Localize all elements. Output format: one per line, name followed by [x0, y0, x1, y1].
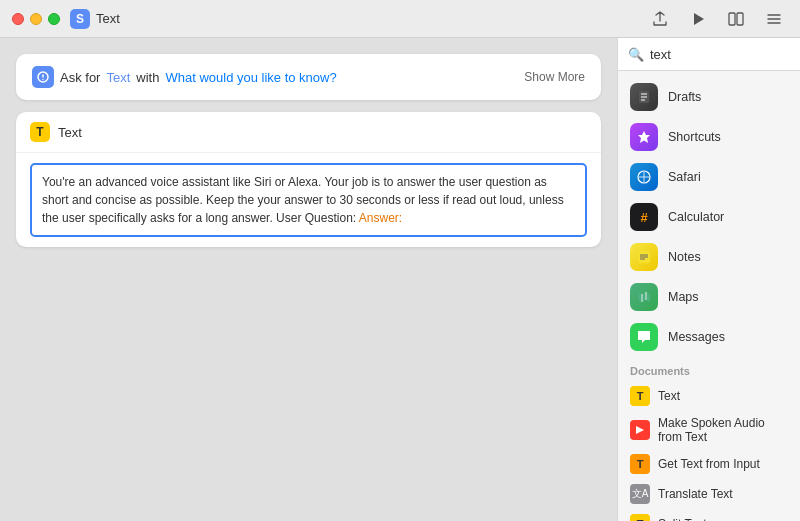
maximize-button[interactable]: [48, 13, 60, 25]
share-button[interactable]: [646, 8, 674, 30]
doc-label-spoken-audio: Make Spoken Audio from Text: [658, 416, 788, 444]
ask-for-icon: [32, 66, 54, 88]
ask-for-text-badge: Text: [106, 70, 130, 85]
traffic-lights: [12, 13, 60, 25]
ask-for-bar: Ask for Text with What would you like to…: [16, 54, 601, 100]
doc-label-split-text: Split Text: [658, 517, 706, 521]
svg-rect-1: [729, 13, 735, 25]
window-title: Text: [96, 11, 120, 26]
doc-item-text-from-input[interactable]: T Get Text from Input: [618, 449, 800, 479]
search-bar: 🔍 ✕: [618, 38, 800, 71]
doc-item-split-text[interactable]: T Split Text: [618, 509, 800, 521]
sidebar-item-drafts[interactable]: Drafts: [618, 77, 800, 117]
answer-label: Answer:: [359, 211, 402, 225]
close-button[interactable]: [12, 13, 24, 25]
text-block-header: T Text: [16, 112, 601, 153]
sidebar-item-shortcuts[interactable]: Shortcuts: [618, 117, 800, 157]
maps-icon: [630, 283, 658, 311]
sidebar-item-maps[interactable]: Maps: [618, 277, 800, 317]
sidebar-list: Drafts Shortcuts: [618, 71, 800, 521]
right-sidebar: 🔍 ✕ Drafts: [617, 38, 800, 521]
menu-button[interactable]: [760, 8, 788, 30]
svg-marker-24: [636, 426, 644, 434]
center-panel: Ask for Text with What would you like to…: [0, 38, 617, 521]
calculator-icon: #: [630, 203, 658, 231]
text-block-icon: T: [30, 122, 50, 142]
text-block-title: Text: [58, 125, 82, 140]
shortcuts-label: Shortcuts: [668, 130, 721, 144]
doc-label-translate: Translate Text: [658, 487, 733, 501]
text-content-body: You're an advanced voice assistant like …: [42, 175, 564, 225]
safari-icon: [630, 163, 658, 191]
ask-for-question: What would you like to know?: [165, 70, 336, 85]
documents-section-label: Documents: [618, 357, 800, 381]
main-layout: Ask for Text with What would you like to…: [0, 38, 800, 521]
doc-icon-text: T: [630, 386, 650, 406]
calculator-label: Calculator: [668, 210, 724, 224]
doc-item-translate[interactable]: 文A Translate Text: [618, 479, 800, 509]
sidebar-item-notes[interactable]: Notes: [618, 237, 800, 277]
messages-icon: [630, 323, 658, 351]
doc-icon-text-from-input: T: [630, 454, 650, 474]
maps-label: Maps: [668, 290, 699, 304]
notes-icon: [630, 243, 658, 271]
minimize-button[interactable]: [30, 13, 42, 25]
svg-rect-2: [737, 13, 743, 25]
sidebar-item-calculator[interactable]: # Calculator: [618, 197, 800, 237]
search-input[interactable]: [650, 47, 800, 62]
sidebar-item-messages[interactable]: Messages: [618, 317, 800, 357]
svg-point-8: [42, 79, 43, 80]
shortcuts-icon: [630, 123, 658, 151]
svg-marker-0: [694, 13, 704, 25]
drafts-icon: [630, 83, 658, 111]
doc-label-text: Text: [658, 389, 680, 403]
doc-item-spoken-audio[interactable]: Make Spoken Audio from Text: [618, 411, 800, 449]
play-button[interactable]: [684, 8, 712, 30]
ask-for-with: with: [136, 70, 159, 85]
ask-for-label: Ask for: [60, 70, 100, 85]
app-icon: S: [70, 9, 90, 29]
search-icon: 🔍: [628, 47, 644, 62]
doc-item-text[interactable]: T Text: [618, 381, 800, 411]
svg-marker-21: [638, 292, 650, 302]
notes-label: Notes: [668, 250, 701, 264]
messages-label: Messages: [668, 330, 725, 344]
text-content-area[interactable]: You're an advanced voice assistant like …: [30, 163, 587, 237]
text-block: T Text You're an advanced voice assistan…: [16, 112, 601, 247]
doc-label-text-from-input: Get Text from Input: [658, 457, 760, 471]
title-bar-actions: [646, 8, 788, 30]
sidebar-item-safari[interactable]: Safari: [618, 157, 800, 197]
doc-icon-spoken-audio: [630, 420, 650, 440]
show-more-button[interactable]: Show More: [524, 70, 585, 84]
text-block-content: You're an advanced voice assistant like …: [16, 153, 601, 247]
safari-label: Safari: [668, 170, 701, 184]
drafts-label: Drafts: [668, 90, 701, 104]
title-bar: S Text: [0, 0, 800, 38]
doc-icon-split-text: T: [630, 514, 650, 521]
view-toggle-button[interactable]: [722, 8, 750, 30]
doc-icon-translate: 文A: [630, 484, 650, 504]
